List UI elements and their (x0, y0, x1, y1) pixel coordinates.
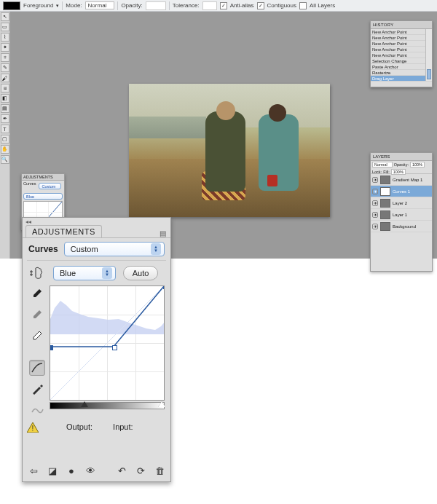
layer-name: Layer 2 (393, 201, 407, 205)
targeted-adjust-icon[interactable] (28, 265, 46, 281)
history-row[interactable]: Drag Layer (371, 76, 432, 82)
tolerance-field[interactable] (202, 1, 217, 10)
white-point-marker[interactable] (158, 401, 165, 407)
layer-row[interactable]: 👁Background (371, 221, 432, 232)
eye-icon[interactable]: 👁 (372, 189, 378, 194)
layer-thumb (380, 187, 390, 196)
smooth-tool-icon[interactable] (29, 402, 45, 418)
mini-curves-tab[interactable]: Curves (23, 181, 36, 191)
channel-select[interactable]: Blue ▲▼ (53, 266, 116, 280)
input-gradient-bar[interactable] (50, 402, 165, 409)
eraser-tool-icon[interactable]: ◧ (1, 94, 9, 103)
antialias-label: Anti-alias (230, 2, 254, 9)
adjustments-panel: ◂◂ ADJUSTMENTS ▤ Curves Custom ▲▼ Blue ▲… (22, 217, 171, 482)
back-arrow-icon[interactable]: ⇦ (27, 464, 40, 477)
history-tab[interactable]: HISTORY (371, 21, 432, 29)
wand-tool-icon[interactable]: ✦ (1, 43, 9, 52)
layers-blend-select[interactable]: Normal (372, 162, 393, 168)
layer-row[interactable]: 👁Curves 1 (371, 186, 432, 197)
zoom-tool-icon[interactable]: 🔍 (1, 155, 9, 164)
history-row[interactable]: Selection Change (371, 58, 432, 64)
eye-icon[interactable]: 👁 (372, 224, 378, 229)
layers-opacity-value[interactable]: 100% (410, 162, 425, 168)
panel-menu-icon[interactable]: ▤ (160, 229, 166, 237)
history-row[interactable]: New Anchor Point (371, 35, 432, 41)
history-scrollbar[interactable] (425, 29, 432, 81)
reset-icon-prev[interactable]: ↶ (115, 464, 128, 477)
layers-fill-value[interactable]: 100% (391, 169, 406, 175)
all-layers-checkbox[interactable] (299, 2, 307, 9)
layers-tab[interactable]: LAYERS (371, 153, 432, 161)
crop-tool-icon[interactable]: ⌗ (1, 53, 9, 62)
foreground-label: Foreground (23, 2, 53, 9)
antialias-checkbox[interactable]: ✓ (220, 2, 227, 9)
history-row[interactable]: New Anchor Point (371, 29, 432, 35)
lasso-tool-icon[interactable]: ⌇ (1, 33, 9, 42)
view-previous-icon[interactable]: ● (65, 464, 78, 477)
output-label: Output: (66, 422, 92, 431)
eye-icon[interactable]: 👁 (372, 200, 378, 206)
curve-point-mid[interactable] (112, 345, 117, 350)
history-row[interactable]: Rasterize (371, 70, 432, 76)
svg-text:!: ! (32, 425, 34, 433)
layer-name: Background (393, 224, 416, 229)
history-row[interactable]: Paste Anchor (371, 64, 432, 70)
mini-channel-select[interactable]: Blue (23, 193, 63, 200)
eye-icon[interactable]: 👁 (372, 177, 378, 183)
channel-value: Blue (60, 269, 76, 277)
contiguous-checkbox[interactable]: ✓ (257, 2, 264, 9)
sampler-tool-column (28, 286, 45, 418)
curve-point-highlight[interactable] (163, 286, 165, 289)
layer-name: Layer 1 (393, 213, 407, 217)
mode-select[interactable]: Normal (85, 1, 115, 9)
layers-opacity-label: Opacity: (394, 162, 409, 167)
history-row[interactable]: New Anchor Point (371, 47, 432, 52)
reset-icon[interactable]: ⟳ (134, 464, 147, 477)
marquee-tool-icon[interactable]: ▭ (1, 23, 9, 31)
collapse-arrows-icon[interactable]: ◂◂ (25, 218, 31, 225)
tolerance-label: Tolerance: (173, 2, 200, 9)
clip-layer-icon[interactable]: ◪ (46, 464, 59, 477)
foreground-swatch[interactable] (3, 1, 20, 10)
auto-button[interactable]: Auto (123, 266, 158, 280)
type-tool-icon[interactable]: T (1, 125, 9, 133)
mini-preset-select[interactable]: Custom (39, 183, 61, 189)
toggle-visibility-icon[interactable]: 👁 (84, 464, 97, 477)
adjustments-tab[interactable]: ADJUSTMENTS (25, 225, 102, 237)
hand-tool-icon[interactable]: ✋ (1, 145, 9, 154)
pencil-tool-icon[interactable] (29, 381, 45, 397)
eye-icon[interactable]: 👁 (372, 212, 378, 218)
layer-row[interactable]: 👁Layer 1 (371, 209, 432, 221)
eyedropper-black-icon[interactable] (29, 286, 45, 302)
brush-tool-icon[interactable]: 🖌 (1, 74, 9, 82)
curve-point-shadow[interactable] (50, 345, 53, 350)
history-row[interactable]: New Anchor Point (371, 41, 432, 47)
opacity-field[interactable] (146, 1, 166, 10)
chevron-updown-icon: ▲▼ (151, 243, 161, 255)
eyedropper-white-icon[interactable] (29, 328, 45, 344)
adjustments-footer: ⇦ ◪ ● 👁 ↶ ⟳ 🗑 (27, 462, 166, 479)
preset-value: Custom (71, 245, 98, 253)
eyedropper-tool-icon[interactable]: ✎ (1, 63, 9, 72)
gradient-tool-icon[interactable]: ▤ (1, 104, 9, 113)
layer-thumb (380, 176, 390, 184)
layer-name: Gradient Map 1 (393, 178, 422, 182)
curves-graph[interactable] (50, 286, 165, 401)
history-row[interactable]: New Anchor Point (371, 52, 432, 58)
mini-adj-header: ADJUSTMENTS (22, 174, 64, 181)
shape-tool-icon[interactable]: ▢ (1, 135, 9, 143)
black-point-marker[interactable] (81, 401, 88, 407)
layer-row[interactable]: 👁Layer 2 (371, 197, 432, 209)
pen-tool-icon[interactable]: ✒ (1, 114, 9, 123)
curve-point-tool-icon[interactable] (29, 360, 45, 376)
eyedropper-gray-icon[interactable] (29, 307, 45, 323)
stamp-tool-icon[interactable]: ⧇ (1, 84, 9, 92)
history-panel: HISTORY New Anchor Point New Anchor Poin… (370, 20, 433, 87)
preset-select[interactable]: Custom ▲▼ (64, 242, 165, 256)
delete-icon[interactable]: 🗑 (153, 464, 166, 477)
canvas-image[interactable] (129, 84, 330, 217)
input-label: Input: (113, 422, 133, 431)
move-tool-icon[interactable]: ↖ (1, 12, 9, 21)
layer-row[interactable]: 👁Gradient Map 1 (371, 174, 432, 186)
contiguous-label: Contiguous (267, 2, 296, 9)
